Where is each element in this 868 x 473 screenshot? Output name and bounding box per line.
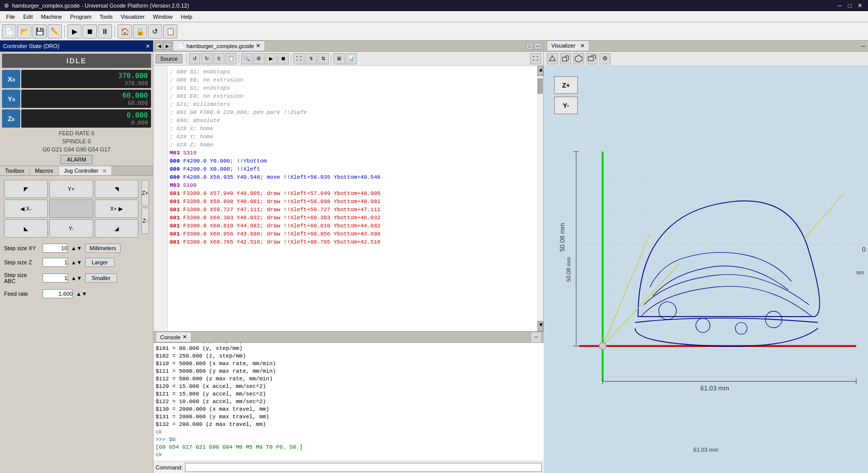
editor-close-button[interactable]: ─ (534, 43, 541, 50)
jog-nw-button[interactable]: ◤ (4, 180, 48, 198)
jog-se-button[interactable]: ◢ (95, 219, 138, 238)
jog-z-minus-button[interactable]: Z- (141, 208, 149, 234)
feed-rate-stepper[interactable]: ▲▼ (76, 291, 87, 297)
code-content[interactable]: ; G00 S1; endstops ; G00 E0; no extrusio… (168, 66, 537, 331)
console-clear-button[interactable]: ─ (531, 332, 542, 343)
menu-visualizer[interactable]: Visualizer (117, 13, 149, 21)
ed-expand-button[interactable]: ⛶ (293, 53, 305, 64)
ed-btn-extra3[interactable]: 🖥 (333, 53, 345, 64)
home-button[interactable]: 🏠 (118, 24, 132, 38)
jog-z-plus-button[interactable]: Z+ (141, 180, 149, 206)
visualizer-tab-name: Visualizer (551, 43, 576, 49)
command-input[interactable] (185, 463, 542, 472)
ed-paste-button[interactable]: 📋 (225, 53, 237, 64)
y-axis-label[interactable]: Y₀ (2, 90, 20, 108)
console-tab-item[interactable]: Console ✕ (156, 332, 192, 342)
tab-jog-controller[interactable]: Jog Controller ✕ (59, 166, 112, 175)
source-tab[interactable]: Source (156, 54, 182, 63)
controller-close-button[interactable]: ✕ (145, 43, 150, 50)
larger-button[interactable]: Larger (85, 258, 115, 267)
jog-center-button[interactable] (49, 200, 93, 218)
visualizer-canvas[interactable]: Z+ Y- 50.08 mm 61.03 mm 0 mm (544, 66, 868, 473)
reset-button[interactable]: ↺ (148, 24, 162, 38)
ed-find-button[interactable]: 🔍 (241, 53, 252, 64)
visualizer-tab[interactable]: Visualizer ✕ (547, 41, 589, 51)
tab-toolbox[interactable]: Toolbox (0, 166, 30, 175)
new-file-button[interactable]: 📄 (2, 24, 16, 38)
ed-copy-button[interactable]: ⎘ (213, 53, 224, 64)
editor-fullscreen-button[interactable]: ⛶ (530, 53, 541, 64)
smaller-button[interactable]: Smaller (85, 273, 117, 283)
ed-btn-extra2[interactable]: ⇅ (318, 53, 329, 64)
ed-stop-button[interactable]: ⏹ (278, 53, 289, 64)
editor-maximize-button[interactable]: □ (526, 43, 533, 50)
step-xy-stepper[interactable]: ▲▼ (71, 245, 82, 251)
scroll-thumb[interactable] (538, 78, 543, 94)
menu-file[interactable]: File (2, 13, 19, 21)
tab-jog-close[interactable]: ✕ (102, 168, 106, 174)
save-file-button[interactable]: 💾 (32, 24, 47, 38)
pause-button[interactable]: ⏸ (98, 24, 112, 38)
editor-prev-button[interactable]: ◀ (156, 43, 163, 50)
vis-view-1-button[interactable] (547, 53, 558, 64)
menu-program[interactable]: Program (66, 13, 95, 21)
code-editor[interactable]: ; G00 S1; endstops ; G00 E0; no extrusio… (154, 66, 543, 331)
svg-marker-6 (575, 55, 582, 62)
vis-view-2-button[interactable] (560, 53, 571, 64)
jog-y-minus-button[interactable]: Y- (49, 219, 93, 238)
code-scrollbar[interactable]: ▲ ▼ (537, 66, 543, 331)
tab-macros[interactable]: Macros (30, 166, 59, 175)
app-title: hamburger_complex.gcode - Universal Gcod… (12, 3, 189, 9)
maximize-button[interactable]: □ (846, 2, 854, 9)
editor-tab-close[interactable]: ✕ (256, 43, 260, 49)
lock-button[interactable]: 🔒 (133, 24, 147, 38)
step-abc-stepper[interactable]: ▲▼ (71, 275, 82, 281)
vis-view-3-button[interactable] (573, 53, 584, 64)
minimize-button[interactable]: ─ (836, 2, 844, 9)
ed-run-button[interactable]: ▶ (266, 53, 277, 64)
ed-btn-extra4[interactable]: 📊 (346, 53, 357, 64)
scroll-down-button[interactable]: ▼ (538, 321, 543, 331)
editor-tab-item[interactable]: 📄 hamburger_complex.gcode ✕ (173, 41, 265, 51)
jog-y-plus-button[interactable]: Y+ (49, 180, 93, 198)
editor-next-button[interactable]: ▶ (164, 43, 171, 50)
menu-help[interactable]: Help (177, 13, 197, 21)
console-tab-close[interactable]: ✕ (182, 334, 187, 340)
scroll-track[interactable] (538, 76, 543, 321)
step-z-input[interactable] (43, 258, 68, 267)
unit-button[interactable]: Millimeters (85, 244, 121, 253)
ed-settings-button[interactable]: ⚙ (253, 53, 265, 64)
ed-redo-button[interactable]: ↻ (201, 53, 212, 64)
alarm-button[interactable]: ALARM (60, 155, 93, 164)
feed-rate-input[interactable] (43, 289, 73, 298)
scroll-up-button[interactable]: ▲ (538, 66, 543, 76)
z-axis-row: Z₀ 0.000 0.000 (2, 109, 151, 128)
ed-undo-button[interactable]: ↺ (189, 53, 200, 64)
menu-machine[interactable]: Machine (37, 13, 66, 21)
step-xy-input[interactable] (43, 244, 68, 253)
jog-ne-button[interactable]: ◥ (95, 180, 138, 198)
x-axis-label[interactable]: X₀ (2, 70, 20, 88)
jog-sw-button[interactable]: ◣ (4, 219, 48, 238)
edit-button[interactable]: ✏️ (48, 24, 62, 38)
close-button[interactable]: ✕ (856, 2, 864, 9)
vis-view-4-button[interactable] (586, 53, 597, 64)
menu-edit[interactable]: Edit (19, 13, 37, 21)
title-bar-controls[interactable]: ─ □ ✕ (836, 2, 864, 9)
step-abc-input[interactable] (43, 273, 68, 283)
toolbar-separator-1 (64, 25, 65, 37)
visualizer-tab-close[interactable]: ✕ (580, 43, 585, 49)
run-button[interactable]: ▶ (67, 24, 82, 38)
ed-btn-extra1[interactable]: ↯ (306, 53, 317, 64)
stop-button[interactable]: ⏹ (83, 24, 97, 38)
vis-minimize-button[interactable]: ─ (861, 43, 865, 49)
vis-settings-button[interactable]: ⚙ (599, 53, 611, 64)
menu-tools[interactable]: Tools (95, 13, 117, 21)
z-axis-label[interactable]: Z₀ (2, 109, 20, 128)
open-file-button[interactable]: 📂 (17, 24, 31, 38)
jog-x-minus-button[interactable]: ◀ X- (4, 200, 48, 218)
step-z-stepper[interactable]: ▲▼ (71, 259, 82, 265)
jog-x-plus-button[interactable]: X+ ▶ (95, 200, 138, 218)
menu-window[interactable]: Window (149, 13, 177, 21)
macro-button[interactable]: 📋 (163, 24, 177, 38)
